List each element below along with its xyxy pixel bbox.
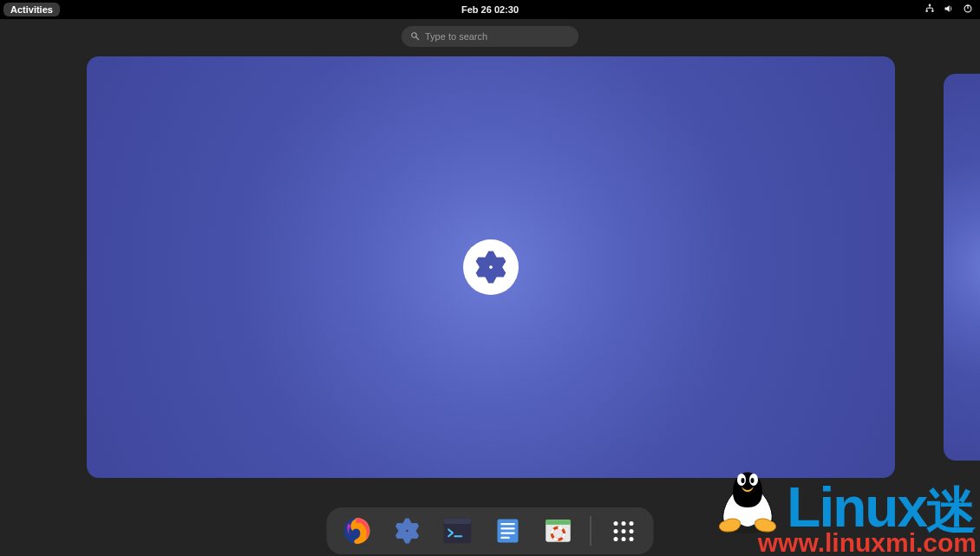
activities-button[interactable]: Activities [3, 3, 60, 16]
svg-line-6 [416, 37, 419, 40]
system-status-area[interactable] [924, 3, 973, 16]
clock[interactable]: Feb 26 02:30 [461, 4, 519, 15]
svg-rect-0 [929, 4, 931, 6]
watermark-brand-latin: Linux [787, 480, 926, 535]
watermark-brand-cjk: 迷 [926, 485, 977, 535]
activities-search[interactable] [402, 26, 578, 47]
search-input[interactable] [425, 31, 570, 42]
svg-rect-13 [498, 520, 519, 543]
svg-rect-16 [500, 533, 515, 534]
svg-rect-11 [444, 519, 472, 524]
svg-rect-1 [926, 10, 928, 12]
dock-show-apps[interactable] [605, 513, 642, 549]
network-icon [924, 3, 935, 16]
power-icon [963, 3, 973, 16]
svg-point-27 [751, 478, 755, 483]
watermark-url: www.linuxmi.com [758, 530, 977, 556]
dock-app-firefox[interactable] [339, 513, 376, 549]
nixos-logo [463, 239, 519, 295]
svg-rect-4 [967, 5, 968, 10]
dock-app-nixos[interactable] [389, 513, 426, 549]
svg-rect-14 [500, 523, 515, 525]
svg-point-26 [742, 478, 745, 483]
svg-rect-2 [931, 10, 933, 12]
workspace-next[interactable] [944, 74, 980, 461]
search-icon [410, 29, 420, 44]
volume-icon [944, 3, 954, 16]
svg-rect-19 [546, 520, 571, 525]
dock-app-help[interactable] [540, 513, 577, 549]
dock-app-files[interactable] [490, 513, 526, 549]
svg-rect-15 [500, 527, 515, 529]
workspace-current[interactable] [87, 56, 895, 478]
svg-point-5 [412, 33, 417, 38]
dock-app-terminal[interactable] [440, 513, 476, 549]
dash [327, 507, 654, 554]
svg-point-22 [718, 516, 777, 533]
dock-separator [591, 516, 591, 546]
top-bar: Activities Feb 26 02:30 [0, 0, 980, 19]
apps-grid-icon [613, 521, 633, 541]
svg-rect-17 [500, 537, 510, 539]
svg-point-23 [734, 488, 761, 527]
